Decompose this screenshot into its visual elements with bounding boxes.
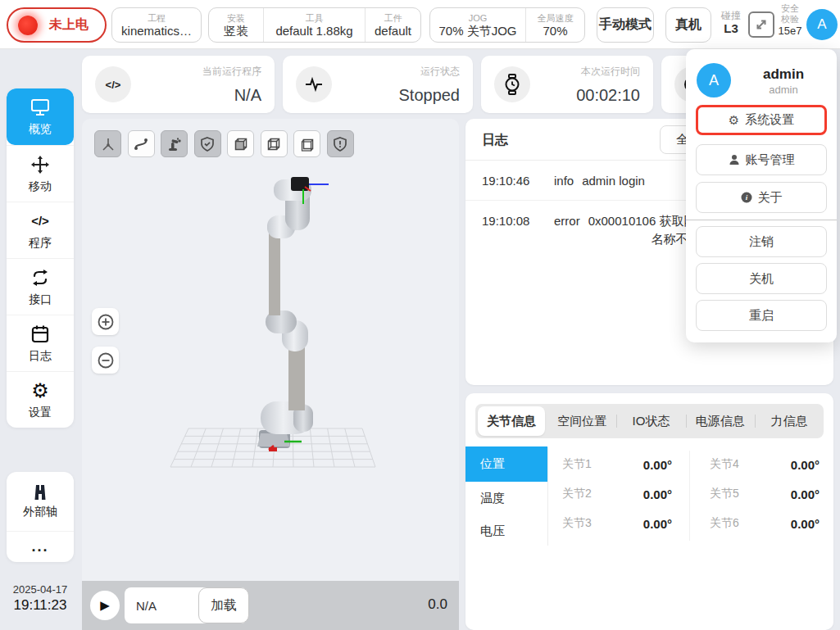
global-speed-selector[interactable]: 全局速度 70% [525,8,584,42]
system-clock: 2025-04-17 19:11:23 [0,583,80,614]
subtab-voltage[interactable]: 电压 [465,514,547,547]
joint-6-row: 关节6 0.00° [710,514,820,533]
system-settings-button[interactable]: ⚙ 系统设置 [696,105,827,135]
log-entry-level: info [554,172,574,190]
user-menu-header: A admin admin [686,49,837,102]
sync-icon [30,267,50,288]
jog-value: 70% 关节JOG [438,24,516,39]
log-entry-time: 19:10:08 [482,212,546,248]
workpiece-label: 工件 [384,12,402,24]
project-selector[interactable]: 工程 kinematics… [111,7,202,43]
card-run-time: 本次运行时间 00:02:10 [481,56,653,113]
user-avatar[interactable]: A [806,9,838,40]
sidebar-item-interface[interactable]: 接口 [7,258,74,315]
joint-5-row: 关节5 0.00° [710,484,820,504]
toolbar-path-button[interactable] [128,130,155,157]
user-role: admin [740,84,827,96]
jog-group: JOG 70% 关节JOG 全局速度 70% [429,7,585,43]
speed-readout: 0.0 [428,596,447,613]
collision-level: L3 [716,21,746,36]
load-program-button[interactable]: 加载 [198,587,249,623]
subtab-temperature[interactable]: 温度 [465,482,547,514]
zoom-in-button[interactable] [92,308,119,335]
top-bar: 未上电 工程 kinematics… 安装 竖装 工具 default 1.88… [0,0,840,49]
sidebar-item-label: 设置 [29,406,52,420]
tool-label: 工具 [306,12,324,24]
external-axis-icon [31,483,49,501]
robot-3d-viewport[interactable] [82,119,459,581]
axes-icon [100,136,116,152]
date-label: 2025-04-17 [0,583,80,596]
global-speed-label: 全局速度 [538,12,574,24]
sidebar-extra: 外部轴 ... [7,472,74,562]
robot-3d-render [82,119,459,581]
collision-indicator[interactable]: 碰撞 L3 [716,10,746,36]
gear-icon: ⚙ [31,380,49,401]
mount-value: 竖装 [224,24,248,39]
tab-joint-info[interactable]: 关节信息 [478,406,545,436]
tool-selector[interactable]: 工具 default 1.88kg [263,8,365,42]
code-icon: </> [31,211,49,232]
robot-teach-pendant-app: 未上电 工程 kinematics… 安装 竖装 工具 default 1.88… [0,0,840,630]
setup-group: 安装 竖装 工具 default 1.88kg 工件 default [208,7,421,43]
program-control-bar: ▶ N/A 加载 0.0 [82,581,459,630]
toolbar-cube-solid-button[interactable] [227,130,254,157]
shield-alert-icon [332,136,348,152]
card-current-program: </> 当前运行程序 N/A [82,56,275,113]
power-status-button[interactable]: 未上电 [7,7,107,43]
info-tab-bar: 关节信息 空间位置 IO状态 电源信息 力信息 [475,404,824,438]
shutdown-button[interactable]: 关机 [696,263,827,294]
safety-label-1: 安全 [775,3,805,14]
jog-selector[interactable]: JOG 70% 关节JOG [430,8,525,42]
tab-power-info[interactable]: 电源信息 [687,406,754,436]
subtab-position[interactable]: 位置 [465,446,547,482]
sidebar-item-label: 概览 [29,122,52,137]
account-management-button[interactable]: 账号管理 [696,144,827,175]
tab-force-info[interactable]: 力信息 [756,406,823,436]
logout-button[interactable]: 注销 [696,226,827,257]
tab-spatial-position[interactable]: 空间位置 [548,406,615,436]
sidebar-item-move[interactable]: 移动 [7,145,74,202]
power-status-label: 未上电 [38,16,105,34]
toolbar-safety-alert-button[interactable] [327,130,354,157]
log-entry-message: admin login [582,172,645,190]
cube-solid-icon [233,136,249,152]
safety-label-2: 校验 [775,14,805,25]
tab-io-status[interactable]: IO状态 [617,406,684,436]
restart-button[interactable]: 重启 [696,300,827,331]
sidebar-item-external-axis[interactable]: 外部轴 [7,472,74,531]
code-icon: </> [95,66,131,102]
mount-selector[interactable]: 安装 竖装 [209,8,263,42]
external-axis-label: 外部轴 [23,505,57,519]
toolbar-robot-button[interactable] [161,130,188,157]
pulse-icon [296,66,332,102]
sidebar-more-button[interactable]: ... [7,531,74,562]
sidebar-item-settings[interactable]: ⚙ 设置 [7,371,74,428]
real-robot-button[interactable]: 真机 [665,7,711,43]
sidebar-item-program[interactable]: </> 程序 [7,202,74,258]
expand-icon [754,17,769,32]
toolbar-safety-zone-button[interactable] [194,130,221,157]
sidebar-item-overview[interactable]: 概览 [7,88,74,145]
toolbar-axes-button[interactable] [94,130,121,157]
play-button[interactable]: ▶ [90,591,120,620]
current-program-label: 当前运行程序 [202,65,261,79]
tool-value: default 1.88kg [275,24,352,39]
sidebar-item-label: 日志 [29,349,52,364]
joint-3-row: 关节3 0.00° [562,514,672,533]
zoom-out-icon [97,351,115,369]
current-program-value: N/A [234,86,261,105]
fullscreen-button[interactable] [748,11,774,38]
sidebar-item-label: 程序 [29,236,52,251]
run-time-label: 本次运行时间 [581,65,640,79]
about-button[interactable]: i 关于 [696,182,827,213]
toolbar-cube-button[interactable] [261,130,288,157]
toolbar-cube-outline-button[interactable] [293,130,320,157]
collision-label: 碰撞 [716,10,746,21]
sidebar-item-log[interactable]: 日志 [7,315,74,371]
zoom-out-button[interactable] [92,347,119,374]
manual-mode-button[interactable]: 手动模式 [597,7,654,43]
workpiece-selector[interactable]: 工件 default [365,8,420,42]
joint-1-row: 关节1 0.00° [562,455,672,474]
project-label: 工程 [148,12,166,24]
